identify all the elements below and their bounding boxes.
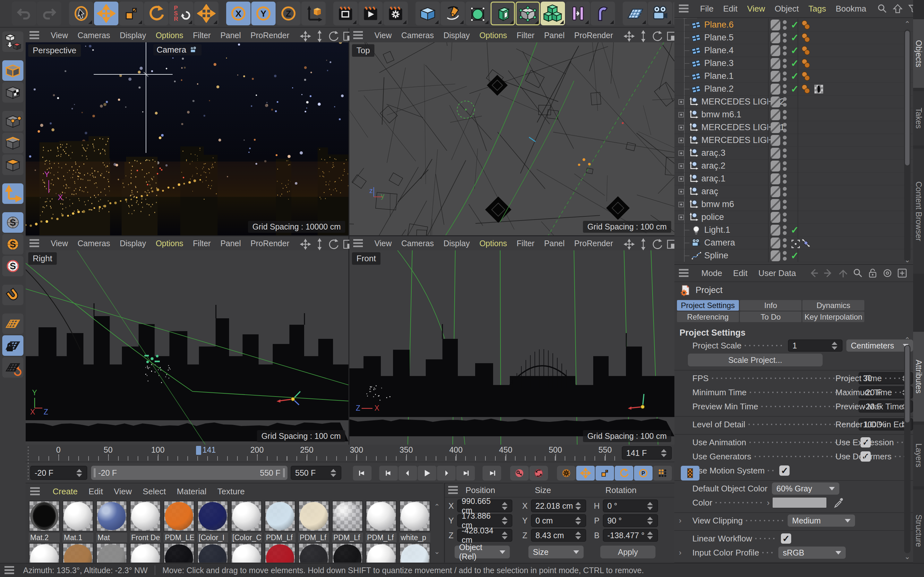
view-clipping-dropdown[interactable]: Medium (788, 514, 855, 527)
front-viewport-label[interactable]: Front (352, 252, 381, 265)
add-deformer-button[interactable] (591, 2, 615, 25)
material-thumb[interactable] (332, 501, 363, 532)
material-thumb[interactable] (366, 543, 397, 562)
last-tool-move-button[interactable] (194, 2, 218, 25)
open-timeline-button[interactable] (681, 466, 699, 480)
search-icon[interactable] (876, 2, 889, 15)
visibility-toggle[interactable] (771, 45, 780, 56)
lock-z-axis-button[interactable]: Z (276, 2, 300, 25)
material-tile-3[interactable]: Front De (130, 501, 161, 542)
material-name[interactable]: [Color_I (197, 533, 228, 542)
add-boole-button[interactable] (565, 2, 590, 25)
perspective-pan-icon[interactable] (299, 30, 310, 41)
object-row-spline[interactable]: Spline✓ (674, 250, 913, 262)
material-name[interactable]: PDM_Lf (366, 533, 397, 542)
editor-render-dots[interactable] (783, 251, 787, 261)
right-menu-prorender[interactable]: ProRender (250, 239, 289, 248)
material-thumb[interactable] (231, 543, 262, 562)
front-canvas[interactable]: ZXFrontGrid Spacing : 100 cm (349, 250, 674, 445)
enabled-check-icon[interactable]: ✓ (789, 45, 800, 56)
material-tile-11[interactable]: white_p (399, 501, 430, 542)
material-thumb[interactable] (231, 501, 262, 532)
enabled-check-icon[interactable]: ✓ (789, 58, 800, 69)
material-name[interactable]: Front De (130, 533, 161, 542)
object-row-plane-5[interactable]: Plane.5✓ (674, 31, 913, 44)
object-list-scroll-down[interactable]: ⌄ (904, 256, 911, 264)
right-menu-view[interactable]: View (51, 239, 68, 248)
attr-history-back-icon[interactable] (807, 267, 820, 279)
front-menu-panel[interactable]: Panel (544, 239, 565, 248)
front-menu-view[interactable]: View (375, 239, 392, 248)
material-name[interactable]: Mat.1 (63, 533, 94, 542)
add-cube-button[interactable] (415, 2, 440, 25)
psr-reset-button[interactable]: PSR (169, 2, 194, 25)
record-point-level-button[interactable] (653, 466, 672, 480)
record-position-button[interactable] (576, 466, 595, 480)
play-button[interactable] (418, 466, 436, 480)
top-zoom-icon[interactable] (637, 30, 648, 41)
object-name[interactable]: Plane.6 (704, 20, 734, 30)
perspective-menu-prorender[interactable]: ProRender (250, 31, 289, 40)
align-tag-icon[interactable] (800, 237, 812, 249)
enable-axis-button[interactable] (2, 183, 23, 204)
texture-tag-icon[interactable] (813, 83, 825, 95)
material-name[interactable]: white_p (399, 533, 430, 542)
phong-tag-icon[interactable] (800, 32, 812, 44)
object-row-bmw-m6-1[interactable]: bmw m6.1 (674, 108, 913, 121)
editor-render-dots[interactable] (783, 238, 787, 248)
range-start-field[interactable]: -20 F (30, 466, 87, 480)
perspective-menu-filter[interactable]: Filter (193, 31, 211, 40)
material-thumb[interactable] (332, 543, 363, 562)
top-orbit-icon[interactable] (651, 30, 662, 41)
edge-tab-layers[interactable]: Layers (913, 425, 924, 486)
material-thumb[interactable] (130, 501, 161, 532)
editor-render-dots[interactable] (783, 148, 787, 158)
object-name[interactable]: araç.3 (701, 148, 725, 158)
add-subdivision-surface-button[interactable] (465, 2, 490, 25)
material-tile-9[interactable]: PDM_Lf (332, 501, 363, 542)
mat-menu-texture[interactable]: Texture (218, 487, 245, 496)
view-clipping-expander[interactable]: › (679, 516, 682, 525)
attr-menu-userdata[interactable]: User Data (758, 268, 796, 278)
attr-tab-project-settings[interactable]: Project Settings (677, 300, 739, 311)
material-thumb[interactable] (29, 501, 60, 532)
render-view-button[interactable] (333, 2, 358, 25)
front-viewport-menu-icon[interactable] (353, 239, 365, 247)
front-zoom-icon[interactable] (637, 238, 648, 249)
material-thumb[interactable] (298, 543, 329, 562)
material-tile-row2-3[interactable] (130, 543, 161, 562)
material-name[interactable]: PDM_Lf (298, 533, 329, 542)
editor-render-dots[interactable] (783, 84, 787, 94)
material-thumb[interactable] (197, 501, 228, 532)
material-tile-row2-9[interactable] (332, 543, 363, 562)
position-y-input[interactable]: 173.886 cm (457, 514, 512, 527)
add-extrude-button[interactable] (491, 2, 515, 25)
om-menu-tags[interactable]: Tags (809, 4, 826, 14)
top-pan-icon[interactable] (623, 30, 634, 41)
make-editable-button[interactable] (2, 31, 23, 52)
visibility-toggle[interactable] (771, 250, 780, 261)
material-name[interactable]: [Color_C (231, 533, 262, 542)
input-profile-expander[interactable]: › (679, 548, 682, 557)
material-tile-row2-8[interactable] (298, 543, 329, 562)
material-tile-row2-1[interactable] (63, 543, 94, 562)
viewport-solo-hierarchy-button[interactable]: S (2, 256, 23, 276)
material-thumb[interactable] (96, 501, 127, 532)
default-color-dropdown[interactable]: 60% Gray (772, 482, 839, 495)
perspective-viewport-menu-icon[interactable] (29, 31, 41, 39)
material-scroll-up[interactable]: ⌃ (434, 503, 440, 511)
object-row-ara-[interactable]: araç (674, 185, 913, 198)
material-thumb[interactable] (29, 543, 60, 562)
add-ffd-button[interactable] (515, 2, 540, 25)
mat-menu-create[interactable]: Create (53, 487, 78, 496)
object-name[interactable]: Plane.3 (704, 58, 734, 68)
editor-render-dots[interactable] (783, 71, 787, 81)
enabled-check-icon[interactable]: ✓ (789, 19, 800, 31)
attr-menu-mode[interactable]: Mode (701, 268, 722, 278)
perspective-canvas[interactable]: YXPerspectiveCamera Grid Spacing : 10000… (26, 42, 349, 235)
right-zoom-icon[interactable] (313, 238, 324, 249)
apply-button[interactable]: Apply (600, 546, 656, 558)
top-menu-prorender[interactable]: ProRender (574, 31, 613, 40)
position-x-input[interactable]: 990.665 cm (457, 500, 512, 512)
visibility-toggle[interactable] (771, 199, 780, 210)
